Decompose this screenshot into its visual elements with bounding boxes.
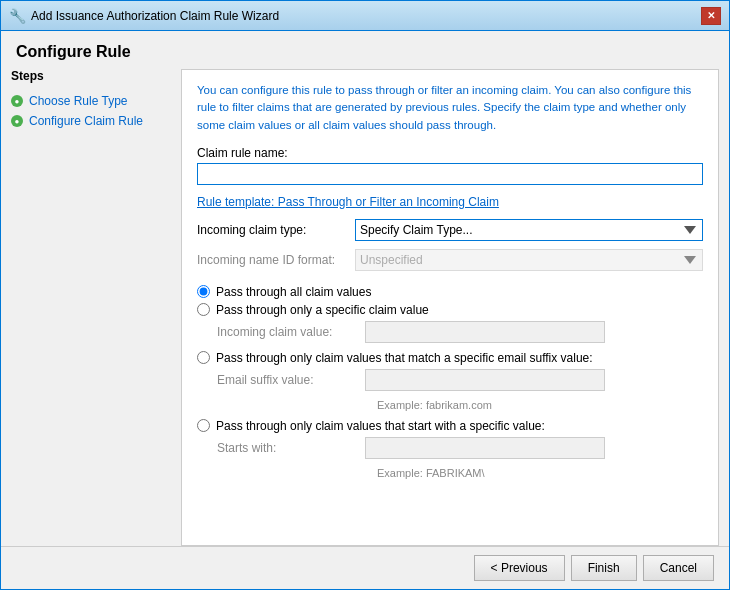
- claim-rule-name-input[interactable]: [197, 163, 703, 185]
- radio-pass-starts-with[interactable]: Pass through only claim values that star…: [197, 419, 703, 433]
- claim-rule-name-group: Claim rule name:: [197, 146, 703, 185]
- steps-label: Steps: [11, 69, 171, 83]
- email-suffix-input[interactable]: [365, 369, 605, 391]
- email-suffix-field: Email suffix value:: [217, 369, 703, 391]
- starts-with-input[interactable]: [365, 437, 605, 459]
- previous-button[interactable]: < Previous: [474, 555, 565, 581]
- radio-pass-specific-label[interactable]: Pass through only a specific claim value: [216, 303, 429, 317]
- radio-pass-email[interactable]: Pass through only claim values that matc…: [197, 351, 703, 365]
- close-button[interactable]: ✕: [701, 7, 721, 25]
- window-title: Add Issuance Authorization Claim Rule Wi…: [31, 9, 279, 23]
- incoming-claim-type-label: Incoming claim type:: [197, 223, 347, 237]
- radio-pass-starts-input[interactable]: [197, 419, 210, 432]
- content-area: Steps ● Choose Rule Type ● Configure Cla…: [1, 69, 729, 546]
- wizard-window: 🔧 Add Issuance Authorization Claim Rule …: [0, 0, 730, 590]
- info-text: You can configure this rule to pass thro…: [197, 82, 703, 134]
- incoming-claim-type-row: Incoming claim type: Specify Claim Type.…: [197, 219, 703, 241]
- starts-with-example-text: Example: FABRIKAM\: [377, 467, 703, 479]
- radio-pass-email-label[interactable]: Pass through only claim values that matc…: [216, 351, 593, 365]
- window-body: Configure Rule Steps ● Choose Rule Type …: [1, 31, 729, 589]
- radio-pass-specific-input[interactable]: [197, 303, 210, 316]
- radio-pass-specific[interactable]: Pass through only a specific claim value: [197, 303, 703, 317]
- finish-button[interactable]: Finish: [571, 555, 637, 581]
- incoming-claim-value-input[interactable]: [365, 321, 605, 343]
- page-title: Configure Rule: [1, 31, 729, 69]
- step-dot-1: ●: [11, 95, 23, 107]
- incoming-name-id-row: Incoming name ID format: Unspecified: [197, 249, 703, 271]
- email-suffix-label: Email suffix value:: [217, 373, 357, 387]
- starts-with-field: Starts with:: [217, 437, 703, 459]
- title-bar-left: 🔧 Add Issuance Authorization Claim Rule …: [9, 8, 279, 24]
- step-link-choose-rule[interactable]: Choose Rule Type: [29, 94, 128, 108]
- incoming-name-id-label: Incoming name ID format:: [197, 253, 347, 267]
- cancel-button[interactable]: Cancel: [643, 555, 714, 581]
- radio-pass-all-input[interactable]: [197, 285, 210, 298]
- claim-rule-name-label: Claim rule name:: [197, 146, 703, 160]
- email-example-text: Example: fabrikam.com: [377, 399, 703, 411]
- step-link-configure-rule[interactable]: Configure Claim Rule: [29, 114, 143, 128]
- main-content: You can configure this rule to pass thro…: [181, 69, 719, 546]
- sidebar: Steps ● Choose Rule Type ● Configure Cla…: [11, 69, 171, 546]
- incoming-claim-value-label: Incoming claim value:: [217, 325, 357, 339]
- incoming-claim-type-select[interactable]: Specify Claim Type...: [355, 219, 703, 241]
- sidebar-item-configure-claim-rule[interactable]: ● Configure Claim Rule: [11, 111, 171, 131]
- radio-pass-all[interactable]: Pass through all claim values: [197, 285, 703, 299]
- starts-with-label: Starts with:: [217, 441, 357, 455]
- radio-pass-email-input[interactable]: [197, 351, 210, 364]
- step-dot-2: ●: [11, 115, 23, 127]
- window-icon: 🔧: [9, 8, 25, 24]
- incoming-claim-value-field: Incoming claim value:: [217, 321, 703, 343]
- title-bar-buttons: ✕: [701, 7, 721, 25]
- title-bar: 🔧 Add Issuance Authorization Claim Rule …: [1, 1, 729, 31]
- radio-pass-starts-label[interactable]: Pass through only claim values that star…: [216, 419, 545, 433]
- rule-template-text[interactable]: Rule template: Pass Through or Filter an…: [197, 195, 703, 209]
- footer: < Previous Finish Cancel: [1, 546, 729, 589]
- radio-pass-all-label[interactable]: Pass through all claim values: [216, 285, 371, 299]
- sidebar-item-choose-rule-type[interactable]: ● Choose Rule Type: [11, 91, 171, 111]
- incoming-name-id-select[interactable]: Unspecified: [355, 249, 703, 271]
